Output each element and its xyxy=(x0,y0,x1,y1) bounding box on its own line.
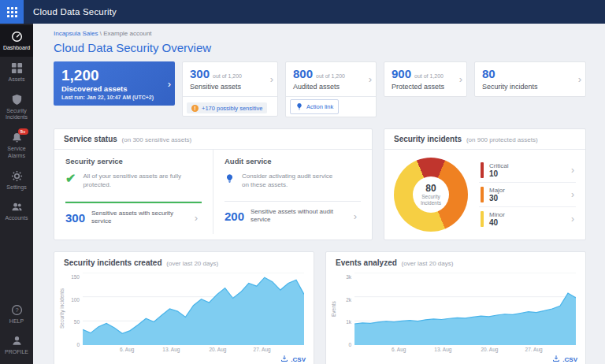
sidebar-item-accounts[interactable]: Accounts xyxy=(0,195,33,227)
column-heading: Audit service xyxy=(225,157,361,165)
legend-value: 30 xyxy=(489,194,505,202)
donut-center: 80 Security Incidents xyxy=(413,176,449,213)
chart-subtitle: (over last 20 days) xyxy=(402,260,454,267)
panel-subtitle: (on 300 sensitive assets) xyxy=(122,136,192,143)
breadcrumb-separator: \ xyxy=(100,30,102,37)
legend-value: 10 xyxy=(489,169,508,178)
donut-center-value: 80 xyxy=(425,183,436,194)
dashboard-icon xyxy=(11,31,23,43)
profile-icon xyxy=(11,335,23,347)
sidebar-item-profile[interactable]: PROFILE xyxy=(0,329,33,364)
audit-service-column: Audit service Consider activating audit … xyxy=(213,150,372,234)
sidebar-item-dashboard[interactable]: Dashboard xyxy=(0,25,33,57)
download-icon xyxy=(552,355,560,364)
chart-title-text: Security incidents created xyxy=(64,258,162,267)
y-axis-ticks: 01k2k3k xyxy=(339,273,354,345)
app-grid-icon xyxy=(7,7,17,17)
panel-subtitle: (on 900 protected assets) xyxy=(466,136,538,143)
chart-title: Events analyzed (over last 20 days) xyxy=(326,252,585,271)
audit-service-stat-link[interactable]: 200 Sensitive assets without audit servi… xyxy=(225,208,361,225)
stat-value: 300 xyxy=(190,68,210,81)
chevron-right-icon[interactable]: › xyxy=(578,74,581,84)
incidents-donut: 80 Security Incidents xyxy=(394,158,468,232)
service-status-panel: Service status (on 300 sensitive assets)… xyxy=(54,128,373,240)
stat-card-sensitive-assets[interactable]: 300 out of 1,200 Sensitive assets › ! +1… xyxy=(182,61,278,117)
stat-total: out of 1,200 xyxy=(213,73,242,79)
chevron-right-icon[interactable]: › xyxy=(369,74,372,84)
check-icon: ✔ xyxy=(65,173,76,185)
sidebar-item-service-alarms[interactable]: 5+ Service Alarms xyxy=(0,126,33,165)
lightbulb-icon xyxy=(295,102,303,112)
chart-title-text: Events analyzed xyxy=(336,258,397,267)
stat-value: 300 xyxy=(65,211,85,225)
major-color-bar xyxy=(481,187,484,202)
download-icon xyxy=(280,355,288,364)
area-chart xyxy=(83,273,304,345)
sidebar-item-label: Assets xyxy=(8,76,24,84)
sidebar-item-assets[interactable]: Assets xyxy=(0,57,33,88)
legend-value: 40 xyxy=(489,218,505,227)
sidebar-item-label: PROFILE xyxy=(5,349,28,356)
legend-item-critical[interactable]: Critical 10 › xyxy=(479,158,576,182)
chevron-right-icon[interactable]: › xyxy=(571,214,574,225)
events-analyzed-chart-panel: Events analyzed (over last 20 days) Even… xyxy=(325,251,586,364)
legend-label: Critical xyxy=(489,162,508,169)
chart-title: Security incidents created (over last 20… xyxy=(54,252,314,271)
stat-cards-row: 1,200 Discovered assets Last run: Jan 22… xyxy=(54,61,586,117)
warning-icon: ! xyxy=(191,105,199,112)
app-launcher-button[interactable] xyxy=(0,0,24,24)
stat-label: Audited assets xyxy=(293,83,363,91)
x-axis-ticks: 6. Aug13. Aug20. Aug27. Aug xyxy=(83,345,304,354)
chevron-right-icon[interactable]: › xyxy=(270,74,273,84)
chevron-right-icon[interactable]: › xyxy=(354,211,357,221)
bell-icon: 5+ xyxy=(11,132,23,143)
legend-item-minor[interactable]: Minor 40 › xyxy=(479,206,576,231)
sidebar-item-label: Settings xyxy=(6,184,26,191)
y-axis-ticks: 050100150 xyxy=(67,273,83,345)
stat-value: 800 xyxy=(293,68,313,81)
security-service-column: Security service ✔ All of your sensitive… xyxy=(54,150,213,234)
legend-item-major[interactable]: Major 30 › xyxy=(479,182,576,206)
stat-value: 900 xyxy=(392,68,411,81)
y-axis-label: Events xyxy=(331,273,339,345)
gear-icon xyxy=(11,170,23,182)
stat-card-protected-assets[interactable]: 900 out of 1,200 Protected assets › xyxy=(384,61,467,97)
chevron-right-icon[interactable]: › xyxy=(195,213,198,223)
stat-label: Security incidents xyxy=(482,83,573,91)
sidebar-item-security-incidents[interactable]: Security Incidents xyxy=(0,88,33,127)
sidebar-item-help[interactable]: ? HELP xyxy=(0,299,33,330)
csv-download-link[interactable]: .CSV xyxy=(280,355,306,364)
action-link[interactable]: Action link xyxy=(290,99,339,114)
stat-total: out of 1,200 xyxy=(414,73,444,79)
stat-value: 1,200 xyxy=(61,68,159,84)
csv-download-link[interactable]: .CSV xyxy=(552,355,577,364)
stat-total: out of 1,200 xyxy=(316,73,345,79)
stat-label: Discovered assets xyxy=(61,84,159,93)
panel-title: Service status xyxy=(64,135,117,143)
svg-text:?: ? xyxy=(15,306,18,314)
stat-card-discovered-assets[interactable]: 1,200 Discovered assets Last run: Jan 22… xyxy=(54,61,175,106)
lightbulb-icon xyxy=(225,173,235,187)
divider xyxy=(225,201,361,202)
stat-card-security-incidents[interactable]: 80 Security incidents › xyxy=(474,61,586,97)
security-service-stat-link[interactable]: 300 Sensitive assets with security servi… xyxy=(65,210,202,226)
breadcrumb-root-link[interactable]: Incapsula Sales xyxy=(54,30,98,37)
possibly-sensitive-link[interactable]: ! +170 possibly sensitive xyxy=(187,102,267,113)
status-message: Consider activating audit service on the… xyxy=(242,173,340,190)
chevron-right-icon[interactable]: › xyxy=(459,74,462,84)
breadcrumb-current: Example account xyxy=(103,30,151,37)
chevron-right-icon[interactable]: › xyxy=(168,78,171,88)
stat-value: 80 xyxy=(482,68,496,81)
stat-label: Sensitive assets with security service xyxy=(91,210,180,226)
legend-label: Major xyxy=(489,187,505,194)
chevron-right-icon[interactable]: › xyxy=(571,165,574,176)
sidebar-item-label: Dashboard xyxy=(3,45,30,52)
topbar: Cloud Data Security xyxy=(0,0,605,24)
stat-value: 200 xyxy=(225,210,244,223)
sidebar-item-settings[interactable]: Settings xyxy=(0,165,33,196)
chevron-right-icon[interactable]: › xyxy=(571,189,574,200)
minor-color-bar xyxy=(481,211,484,227)
panel-header: Security incidents (on 900 protected ass… xyxy=(384,129,585,150)
csv-label: .CSV xyxy=(291,356,306,363)
stat-card-audited-assets[interactable]: 800 out of 1,200 Audited assets › Action… xyxy=(285,61,377,117)
